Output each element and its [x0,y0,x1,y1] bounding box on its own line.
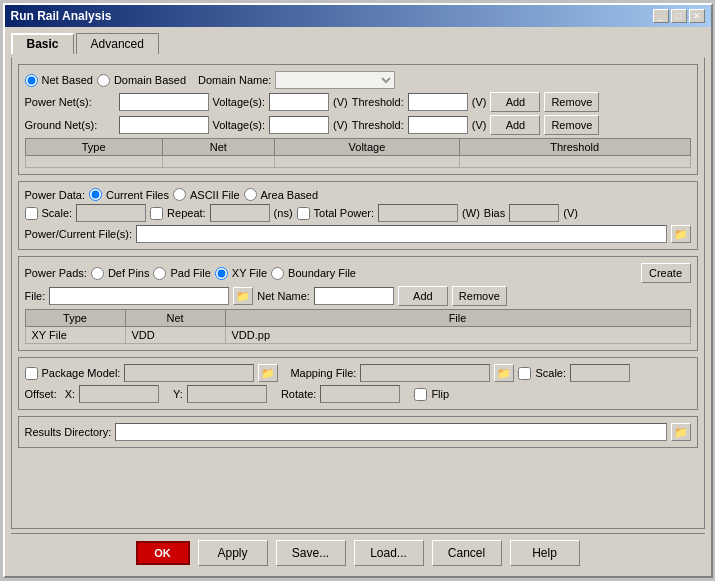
tab-bar: Basic Advanced [11,33,705,54]
ground-add-button[interactable]: Add [490,115,540,135]
maximize-button[interactable]: □ [671,9,687,23]
domain-name-select[interactable] [275,71,395,89]
pads-add-button[interactable]: Add [398,286,448,306]
v-label3: (V) [333,119,348,131]
power-pads-label: Power Pads: [25,267,87,279]
total-power-label: Total Power: [314,207,375,219]
cancel-button[interactable]: Cancel [432,540,502,566]
power-file-input[interactable]: staticPowerResults/static_VDD.ptiavg [136,225,666,243]
power-file-row: Power/Current File(s): staticPowerResult… [25,225,691,243]
pads-file-input[interactable]: VDD.pp [49,287,229,305]
xy-file-radio[interactable] [215,267,228,280]
v-label1: (V) [333,96,348,108]
net-name-input[interactable]: VDD [314,287,394,305]
content-area: Basic Advanced Net Based Domain Based Do… [5,27,711,576]
main-window: Run Rail Analysis _ □ ✕ Basic Advanced N… [3,3,713,578]
repeat-input[interactable] [210,204,270,222]
scale-input[interactable] [76,204,146,222]
mapping-file-folder-button[interactable]: 📁 [494,364,514,382]
power-file-folder-button[interactable]: 📁 [671,225,691,243]
net-based-radio[interactable] [25,74,38,87]
power-voltage-input[interactable]: 1.2 [269,93,329,111]
bias-label: Bias [484,207,505,219]
ground-net-input[interactable] [119,116,209,134]
flip-label: Flip [431,388,449,400]
ascii-file-label: ASCII File [190,189,240,201]
tab-advanced[interactable]: Advanced [76,33,159,54]
power-data-section: Power Data: Current Files ASCII File Are… [18,181,698,250]
results-section: Results Directory: ./ 📁 [18,416,698,448]
scale-pkg-label: Scale: [535,367,566,379]
current-files-label: Current Files [106,189,169,201]
def-pins-radio[interactable] [91,267,104,280]
results-dir-input[interactable]: ./ [115,423,666,441]
repeat-checkbox[interactable] [150,207,163,220]
current-files-radio[interactable] [89,188,102,201]
power-net-input[interactable]: VDD [119,93,209,111]
package-model-input[interactable] [124,364,254,382]
power-data-label: Power Data: [25,189,86,201]
v-label4: (V) [472,119,487,131]
area-based-label: Area Based [261,189,318,201]
power-pads-row1: Power Pads: Def Pins Pad File XY File Bo… [25,263,691,283]
pads-table-net-header: Net [125,310,225,327]
power-threshold-input[interactable]: 1.08 [408,93,468,111]
y-input[interactable] [187,385,267,403]
pads-file-folder-button[interactable]: 📁 [233,287,253,305]
pads-remove-button[interactable]: Remove [452,286,507,306]
ground-remove-button[interactable]: Remove [544,115,599,135]
package-row2: Offset: X: Y: Rotate: Flip [25,385,691,403]
package-model-checkbox[interactable] [25,367,38,380]
window-controls: _ □ ✕ [653,9,705,23]
save-button[interactable]: Save... [276,540,346,566]
ground-threshold-input[interactable] [408,116,468,134]
pads-table: Type Net File XY FileVDDVDD.pp [25,309,691,344]
net-table-empty-row [25,156,690,168]
apply-button[interactable]: Apply [198,540,268,566]
flip-checkbox[interactable] [414,388,427,401]
results-folder-button[interactable]: 📁 [671,423,691,441]
tab-basic[interactable]: Basic [11,33,74,54]
ns-label: (ns) [274,207,293,219]
bias-input[interactable] [509,204,559,222]
area-based-radio[interactable] [244,188,257,201]
help-button[interactable]: Help [510,540,580,566]
boundary-file-label: Boundary File [288,267,356,279]
rotate-label: Rotate: [281,388,316,400]
pad-file-radio[interactable] [153,267,166,280]
v-label2: (V) [472,96,487,108]
scale-pkg-input[interactable] [570,364,630,382]
domain-based-radio[interactable] [97,74,110,87]
power-remove-button[interactable]: Remove [544,92,599,112]
power-net-label: Power Net(s): [25,96,115,108]
net-based-label: Net Based [42,74,93,86]
net-table-threshold-header: Threshold [459,139,690,156]
ascii-file-radio[interactable] [173,188,186,201]
pad-file-label: Pad File [170,267,210,279]
offset-label: Offset: [25,388,57,400]
window-title: Run Rail Analysis [11,9,112,23]
total-power-checkbox[interactable] [297,207,310,220]
total-power-input[interactable] [378,204,458,222]
boundary-file-radio[interactable] [271,267,284,280]
power-add-button[interactable]: Add [490,92,540,112]
load-button[interactable]: Load... [354,540,424,566]
scale-checkbox[interactable] [25,207,38,220]
ok-button[interactable]: OK [136,541,190,565]
results-dir-label: Results Directory: [25,426,112,438]
rotate-input[interactable] [320,385,400,403]
minimize-button[interactable]: _ [653,9,669,23]
package-section: Package Model: 📁 Mapping File: 📁 Scale: … [18,357,698,410]
net-domain-row: Net Based Domain Based Domain Name: [25,71,691,89]
ground-voltage-input[interactable] [269,116,329,134]
create-button[interactable]: Create [641,263,691,283]
package-model-label: Package Model: [42,367,121,379]
scale-pkg-checkbox[interactable] [518,367,531,380]
threshold-label2: Threshold: [352,119,404,131]
package-model-folder-button[interactable]: 📁 [258,364,278,382]
close-button[interactable]: ✕ [689,9,705,23]
mapping-file-input[interactable] [360,364,490,382]
title-bar: Run Rail Analysis _ □ ✕ [5,5,711,27]
x-input[interactable] [79,385,159,403]
v-label-bias: (V) [563,207,578,219]
